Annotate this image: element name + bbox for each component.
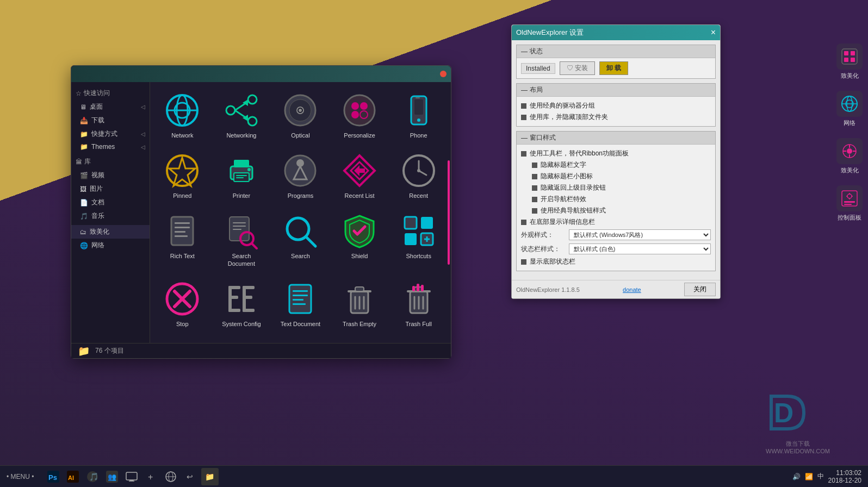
status-section-content: Installed ♡ 安装 卸 载 [517, 58, 715, 78]
icon-personalize[interactable]: Personalize [333, 88, 387, 142]
taskbar-ai-icon[interactable]: AI [64, 468, 82, 485]
svg-point-40 [351, 102, 359, 110]
layout-checkbox2[interactable] [521, 115, 526, 120]
taskbar-users-icon[interactable]: 👥 [103, 468, 121, 485]
taskbar-display-icon[interactable] [123, 468, 140, 485]
icon-network[interactable]: Network [156, 88, 209, 142]
layout-section-content: 使用经典的驱动器分组 使用库，并隐藏顶部文件夹 [517, 97, 715, 126]
icon-optical[interactable]: Optical [274, 88, 327, 142]
icon-shield[interactable]: Shield [333, 208, 387, 270]
ws-checkbox5[interactable] [532, 197, 537, 202]
svg-point-43 [360, 111, 368, 118]
taskbar-clock: 11:03:02 2018-12-20 [828, 469, 861, 484]
taskbar-ps-icon[interactable]: Ps [45, 468, 62, 485]
sidebar-item-pictures[interactable]: 🖼 图片 [71, 182, 150, 196]
icon-networking[interactable]: Networking [215, 88, 269, 142]
file-manager-statusbar: 📁 76 个项目 [71, 343, 451, 358]
trash-empty-file-icon [340, 279, 379, 319]
ws-checkbox6[interactable] [532, 208, 537, 214]
icon-search-document[interactable]: SearchDocument [215, 208, 269, 270]
ws-appearance-select[interactable]: 默认样式 (Windows7风格) [569, 229, 711, 240]
rich-text-file-icon [163, 211, 202, 251]
sidebar-item-desktop[interactable]: 🖥 桌面 ◁ [71, 100, 150, 114]
icon-recent-list[interactable]: Recent List [333, 148, 387, 203]
ws-checkbox3[interactable] [532, 174, 537, 179]
taskbar-back-icon[interactable]: ↩ [182, 468, 199, 485]
icon-recent[interactable]: Recent [392, 148, 445, 203]
ws-checkbox2[interactable] [532, 163, 537, 168]
quick-access-header: ☆ 快速访问 [71, 86, 150, 100]
scrollbar-indicator[interactable] [448, 160, 450, 265]
ws-statusbar-select[interactable]: 默认样式 (白色) [569, 244, 711, 254]
ws-option5-row: 开启导航栏特效 [521, 193, 711, 205]
svg-rect-90 [243, 309, 255, 312]
icon-rich-text[interactable]: Rich Text [156, 208, 209, 270]
svg-rect-47 [416, 97, 420, 98]
svg-point-61 [417, 169, 420, 172]
icon-pinned[interactable]: Pinned [156, 148, 209, 203]
sidebar-item-network-nav[interactable]: 🌐 网络 [71, 239, 150, 252]
settings-close-btn[interactable]: × [711, 28, 716, 38]
file-manager-close-btn[interactable] [440, 71, 447, 77]
install-btn[interactable]: ♡ 安装 [560, 61, 595, 75]
sidebar-item-zhimeihua[interactable]: 🗂 致美化 [71, 225, 150, 239]
icon-search[interactable]: Search [274, 208, 327, 270]
trash-full-file-icon [399, 279, 438, 319]
icon-programs[interactable]: Programs [274, 148, 327, 203]
sidebar-item-zhimeihua2[interactable]: 致美化 [836, 138, 863, 174]
personalize-file-icon [340, 91, 379, 130]
svg-text:AI: AI [68, 474, 74, 481]
window-style-section-content: 使用工具栏，替代Ribbon功能面板 隐藏标题栏文字 隐藏标题栏小图标 隐藏返回… [517, 145, 715, 271]
layout-option1-row: 使用经典的驱动器分组 [521, 100, 711, 111]
network-nav-icon: 🌐 [80, 242, 88, 249]
sidebar-item-zhimeihua1[interactable]: 致美化 [836, 43, 863, 80]
ws-sub-checkbox[interactable] [521, 220, 526, 225]
sidebar-item-docs[interactable]: 📄 文档 [71, 196, 150, 209]
sidebar-item-network[interactable]: 网络 [836, 91, 863, 127]
svg-rect-2 [851, 51, 855, 55]
pinned-file-icon [163, 151, 202, 190]
sidebar-item-control-panel[interactable]: 控制面板 [836, 185, 863, 222]
settings-donate[interactable]: donate [623, 286, 641, 293]
sidebar-item-shortcuts[interactable]: 📁 快捷方式 ◁ [71, 127, 150, 141]
taskbar-lang[interactable]: 中 [817, 472, 824, 481]
ws-option3-row: 隐藏标题栏小图标 [521, 171, 711, 182]
themes-folder-icon: 📁 [80, 143, 88, 151]
sidebar-item-music[interactable]: 🎵 音乐 [71, 209, 150, 223]
ws-checkbox4[interactable] [532, 185, 537, 191]
icon-phone[interactable]: Phone [392, 88, 445, 142]
uninstall-btn[interactable]: 卸 载 [599, 61, 628, 75]
sidebar-item-themes[interactable]: 📁 Themes ◁ [71, 141, 150, 153]
taskbar-time: 11:03:02 [828, 469, 861, 477]
icon-stop[interactable]: Stop [156, 276, 209, 331]
taskbar-music-icon[interactable]: 🎵 [84, 468, 101, 485]
icon-trash-full[interactable]: Trash Full [392, 276, 445, 331]
taskbar-start-button[interactable]: • MENU • [0, 473, 40, 480]
taskbar-plus-icon[interactable]: + [142, 468, 160, 485]
file-manager-body: ☆ 快速访问 🖥 桌面 ◁ 📥 下载 📁 快捷方式 ◁ [71, 82, 451, 343]
ws-checkbox1[interactable] [521, 151, 526, 157]
icon-system-config[interactable]: System Config [215, 276, 269, 331]
icon-shortcuts[interactable]: Shortcuts [392, 208, 445, 270]
status-section-title: — 状态 [517, 45, 715, 58]
sidebar-item-downloads[interactable]: 📥 下载 [71, 114, 150, 127]
file-manager-content: Network Networking [150, 82, 451, 343]
taskbar-folder-icon[interactable]: 📁 [201, 468, 219, 485]
layout-checkbox1[interactable] [521, 103, 526, 109]
ws-sub-option-row: 在底部显示详细信息栏 [521, 216, 711, 228]
ws-show-status-checkbox[interactable] [521, 259, 526, 265]
svg-point-46 [417, 118, 420, 122]
sidebar-item-video[interactable]: 🎬 视频 [71, 168, 150, 182]
shortcuts-file-label: Shortcuts [406, 253, 431, 260]
icon-text-document[interactable]: Text Document [274, 276, 327, 331]
search-file-icon [281, 211, 320, 251]
svg-rect-95 [293, 299, 303, 301]
icon-trash-empty[interactable]: Trash Empty [333, 276, 387, 331]
icon-printer[interactable]: Printer [215, 148, 269, 203]
svg-rect-3 [844, 58, 848, 62]
taskbar-network-icon[interactable]: 📶 [805, 473, 813, 480]
taskbar-volume-icon[interactable]: 🔊 [792, 473, 801, 480]
taskbar-globe-icon[interactable] [162, 468, 179, 485]
settings-close-window-btn[interactable]: 关闭 [684, 283, 716, 296]
download-icon: 📥 [80, 117, 88, 124]
